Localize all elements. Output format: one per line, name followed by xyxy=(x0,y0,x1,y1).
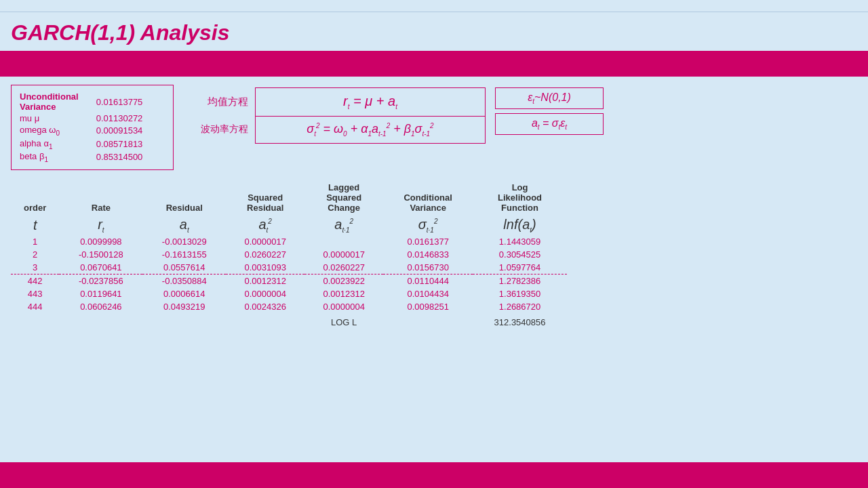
top-section: Unconditional Variance 0.01613775 mu μ 0… xyxy=(11,85,857,170)
unconditional-value: 0.01613775 xyxy=(83,91,147,113)
col-header-residual: Residual xyxy=(142,180,226,216)
variance-eq-formula: σt2 = ω0 + α1at-12 + β1σt-12 xyxy=(307,122,433,136)
sym-at2: at2 xyxy=(226,216,304,235)
data-table: order Rate Residual SquaredResidual Lagg… xyxy=(11,180,567,329)
mean-eq-label: 均值方程 xyxy=(194,96,248,108)
epsilon-eq-box: εt~N(0,1) xyxy=(495,87,604,109)
log-l-row: LOG L312.3540856 xyxy=(11,313,567,329)
squared-residual-label: SquaredResidual xyxy=(247,192,283,213)
title-area: GARCH(1,1) Analysis xyxy=(0,12,868,51)
table-row: 4440.06062460.04932190.00243260.00000040… xyxy=(11,300,567,313)
beta-value: 0.85314500 xyxy=(83,150,147,164)
sym-at12: at·12 xyxy=(304,216,383,235)
table-row: 10.0099998-0.00130290.00000170.01613771.… xyxy=(11,235,567,248)
sym-lnft: lnf(at) xyxy=(473,216,567,235)
bottom-bar xyxy=(0,462,868,488)
table-row: 2-0.1500128-0.16131550.02602270.00000170… xyxy=(11,248,567,261)
log-l-value: 312.3540856 xyxy=(473,313,567,329)
mean-eq-formula: rt = μ + at xyxy=(343,94,397,108)
col-header-lagged: LaggedSquaredChange xyxy=(304,180,383,216)
equations-section: 均值方程 rt = μ + at 波动率方程 σt2 = ω0 + α1at- xyxy=(194,87,857,144)
pink-bar-top xyxy=(0,51,868,77)
sym-t: t xyxy=(11,216,59,235)
at-formula: at = σtεt xyxy=(532,117,567,129)
col-header-squared-residual: SquaredResidual xyxy=(226,180,304,216)
sym-at: at xyxy=(142,216,226,235)
table-row: 30.06706410.05576140.00310930.02602270.0… xyxy=(11,261,567,274)
table-row: 4430.01196410.00066140.00000040.00123120… xyxy=(11,287,567,300)
content-area: Unconditional Variance 0.01613775 mu μ 0… xyxy=(0,77,868,337)
stats-box: Unconditional Variance 0.01613775 mu μ 0… xyxy=(11,85,174,170)
col-header-rate: Rate xyxy=(59,180,142,216)
col-header-log-likelihood: LogLikelihoodFunction xyxy=(473,180,567,216)
table-row: 442-0.0237856-0.03508840.00123120.002392… xyxy=(11,274,567,287)
mean-equation-box: rt = μ + at xyxy=(255,87,486,116)
page-title: GARCH(1,1) Analysis xyxy=(11,20,229,45)
at-eq-box: at = σtεt xyxy=(495,113,604,135)
lagged-label: LaggedSquaredChange xyxy=(326,182,361,213)
beta-label: beta β1 xyxy=(20,150,77,164)
sym-rt: rt xyxy=(59,216,142,235)
data-table-wrapper: order Rate Residual SquaredResidual Lagg… xyxy=(11,180,857,329)
col-header-conditional: ConditionalVariance xyxy=(383,180,473,216)
mu-value: 0.01130272 xyxy=(83,113,147,124)
conditional-label: ConditionalVariance xyxy=(403,192,452,213)
alpha-value: 0.08571813 xyxy=(83,138,147,151)
col-header-order: order xyxy=(11,180,59,216)
epsilon-formula: εt~N(0,1) xyxy=(528,92,571,103)
variance-equation-box: σt2 = ω0 + α1at-12 + β1σt-12 xyxy=(255,116,486,144)
order-label: order xyxy=(24,203,46,213)
omega-value: 0.00091534 xyxy=(83,124,147,138)
alpha-label: alpha α1 xyxy=(20,138,77,151)
log-l-label: LOG L xyxy=(304,313,383,329)
sym-st12: σt·12 xyxy=(383,216,473,235)
stats-title2: Variance xyxy=(20,102,56,112)
top-bar xyxy=(0,0,868,12)
log-likelihood-label: LogLikelihoodFunction xyxy=(498,182,542,213)
residual-label: Residual xyxy=(166,203,203,213)
stats-title1: Unconditional xyxy=(20,92,79,102)
variance-eq-label: 波动率方程 xyxy=(194,123,248,136)
mu-label: mu μ xyxy=(20,113,77,124)
rate-label: Rate xyxy=(92,203,111,213)
omega-label: omega ω0 xyxy=(20,124,77,138)
right-equations: εt~N(0,1) at = σtεt xyxy=(495,87,604,135)
